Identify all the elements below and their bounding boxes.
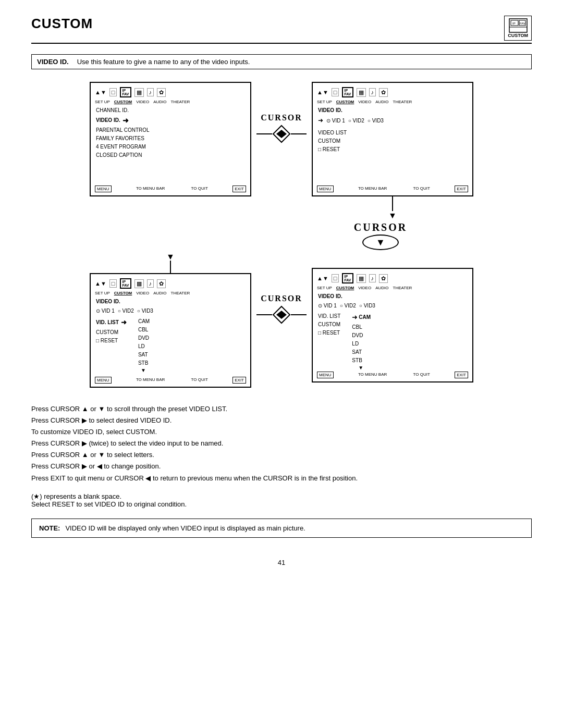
to-quit-lbl-br: TO QUIT: [412, 372, 432, 378]
note-box: NOTE: VIDEO ID will be displayed only wh…: [31, 519, 532, 538]
nav-video-tr: VIDEO: [358, 100, 371, 104]
menu-btn-bl: MENU: [95, 377, 112, 384]
list-ld-br: LD: [351, 340, 371, 348]
nav-icon-tl-1: □: [109, 88, 117, 96]
nav-audio-tr: AUDIO: [375, 100, 388, 104]
arrow-cam-br: ➜ CAM: [351, 312, 371, 323]
nav-icon-tl-5: ✿: [157, 88, 166, 97]
nav-icon-br-2: IPFAV: [342, 273, 353, 283]
nav-bar-br: ▲▼ □ IPFAV ▦ ♪ ✿: [317, 273, 468, 283]
extra-notes: (★) represents a blank space. Select RES…: [31, 492, 532, 508]
vid2-br: ○ VID2: [340, 302, 356, 310]
menu-custom-tr: CUSTOM: [317, 137, 468, 145]
to-quit-lbl-tl: TO QUIT: [190, 186, 210, 192]
menu-item-event: 4 EVENT PROGRAM: [95, 143, 246, 151]
vid-list-br: VID. LIST: [317, 312, 340, 320]
vid3-tr: ○ VID3: [368, 117, 384, 125]
nav-icon-br-1: □: [332, 274, 339, 282]
cursor-label-bottom: CURSOR: [261, 294, 302, 303]
to-quit-lbl-tr: TO QUIT: [412, 186, 432, 192]
menu-item-channel: CHANNEL ID.: [95, 106, 246, 115]
nav-icon-bl-1: □: [109, 279, 117, 288]
nav-video-bl: VIDEO: [136, 291, 149, 295]
cursor-label-top: CURSOR: [261, 113, 302, 122]
header-icon-label: CUSTOM: [508, 33, 528, 38]
menu-custom-bl: CUSTOM: [95, 328, 127, 337]
vid-options-br: ⊙ VID 1 ○ VID2 ○ VID3: [317, 302, 468, 310]
menu-item-caption: CLOSED CAPTION: [95, 151, 246, 159]
extra-note-1: (★) represents a blank space.: [31, 492, 532, 500]
exit-btn-br: EXIT: [455, 372, 468, 378]
vid2-tr: ○ VID2: [348, 117, 364, 125]
menu-btn-br: MENU: [317, 372, 334, 378]
nav-icon-tl-4: ♪: [147, 88, 154, 96]
svg-marker-7: [276, 130, 287, 138]
screen-bottom-left: ▲▼ □ IPFAV ▦ ♪ ✿ SET UP CUSTOM VIDEO AUD…: [90, 273, 251, 388]
list-dvd-bl: DVD: [137, 334, 150, 342]
note-label: NOTE:: [39, 524, 60, 532]
page-title: CUSTOM: [31, 16, 93, 32]
vid1-br: ⊙ VID 1: [318, 302, 337, 310]
nav-setup-tl: SET UP: [95, 100, 110, 104]
screen-bottom-tl: MENU TO MENU BAR TO QUIT EXIT: [95, 186, 246, 192]
section-videoid-bl: VIDEO ID.: [95, 298, 246, 306]
nav-icon-tl-2: IPFAV: [120, 87, 131, 97]
screen-top-right: ▲▼ □ IPFAV ▦ ♪ ✿ SET UP CUSTOM VIDEO AUD…: [312, 82, 473, 196]
nav-bar-bl: ▲▼ □ IPFAV ▦ ♪ ✿: [95, 278, 246, 289]
nav-icon-tr-1: □: [332, 88, 339, 96]
vid1-bl: ⊙ VID 1: [96, 307, 115, 315]
nav-setup-tr: SET UP: [317, 100, 332, 104]
instruction-1: Press CURSOR ▲ or ▼ to scroll through th…: [31, 403, 532, 415]
cursor-diamond-bottom: [272, 305, 291, 324]
nav-icon-br-3: ▦: [357, 274, 366, 283]
nav-custom-tl: CUSTOM: [114, 100, 132, 104]
nav-theater-tr: THEATER: [393, 100, 412, 104]
instruction-2: Press CURSOR ▶ to select desired VIDEO I…: [31, 415, 532, 426]
nav-labels-br: SET UP CUSTOM VIDEO AUDIO THEATER: [317, 286, 468, 290]
to-menu-lbl-tl: TO MENU BAR: [134, 186, 166, 192]
nav-labels-bl: SET UP CUSTOM VIDEO AUDIO THEATER: [95, 291, 246, 295]
page-number: 41: [31, 559, 532, 566]
instruction-4: Press CURSOR ▶ (twice) to select the vid…: [31, 438, 532, 449]
nav-theater-tl: THEATER: [171, 100, 190, 104]
nav-icon-tr-3: ▦: [357, 88, 366, 97]
menu-reset-tr: □ RESET: [317, 145, 468, 154]
nav-icon-bl-4: ♪: [147, 279, 154, 288]
screen-top-left: ▲▼ □ IPFAV ▦ ♪ ✿ SET UP CUSTOM VIDEO AUD…: [90, 82, 251, 196]
nav-icon-tr-2: IPFAV: [342, 87, 353, 97]
list-cam-bl: CAM: [137, 317, 150, 326]
svg-text:IP: IP: [512, 22, 516, 25]
note-text: VIDEO ID will be displayed only when VID…: [65, 524, 305, 532]
nav-bar-tr: ▲▼ □ IPFAV ▦ ♪ ✿: [317, 87, 468, 97]
big-cursor-oval: ▼: [362, 235, 399, 250]
instruction-3: To customize VIDEO ID, select CUSTOM.: [31, 426, 532, 438]
nav-labels-tr: SET UP CUSTOM VIDEO AUDIO THEATER: [317, 100, 468, 104]
instruction-6: Press CURSOR ▶ or ◀ to change position.: [31, 461, 532, 472]
list-dvd-br: DVD: [351, 331, 371, 340]
nav-video-tl: VIDEO: [136, 100, 149, 104]
menu-btn-tr: MENU: [317, 186, 334, 192]
nav-icon-bl-5: ✿: [157, 279, 166, 288]
nav-setup-br: SET UP: [317, 286, 332, 290]
to-menu-lbl-tr: TO MENU BAR: [357, 186, 388, 192]
nav-icon-tr-5: ✿: [379, 88, 388, 97]
screen-bottom-br-bar: MENU TO MENU BAR TO QUIT EXIT: [317, 372, 468, 378]
video-id-label: VIDEO ID.: [37, 58, 69, 66]
nav-video-br: VIDEO: [358, 286, 371, 290]
menu-custom-br: CUSTOM: [317, 320, 340, 329]
header-icon-box: IP FAV CUSTOM: [504, 16, 532, 41]
list-cbl-bl: CBL: [137, 326, 150, 334]
nav-custom-br: CUSTOM: [336, 286, 354, 290]
nav-setup-bl: SET UP: [95, 291, 110, 295]
list-stb-br: STB: [351, 356, 371, 365]
nav-audio-br: AUDIO: [375, 286, 388, 290]
svg-marker-9: [276, 311, 287, 319]
big-cursor-label: CURSOR: [354, 221, 407, 233]
nav-icon-tr-4: ♪: [369, 88, 376, 96]
header-divider: [31, 43, 532, 44]
instruction-5: Press CURSOR ▲ or ▼ to select letters.: [31, 449, 532, 461]
nav-theater-bl: THEATER: [171, 291, 190, 295]
screen-bottom-right: ▲▼ □ IPFAV ▦ ♪ ✿ SET UP CUSTOM VIDEO AUD…: [312, 268, 473, 382]
list-sat-br: SAT: [351, 348, 371, 356]
instruction-7: Press EXIT to quit menu or CURSOR ◀ to r…: [31, 473, 532, 484]
